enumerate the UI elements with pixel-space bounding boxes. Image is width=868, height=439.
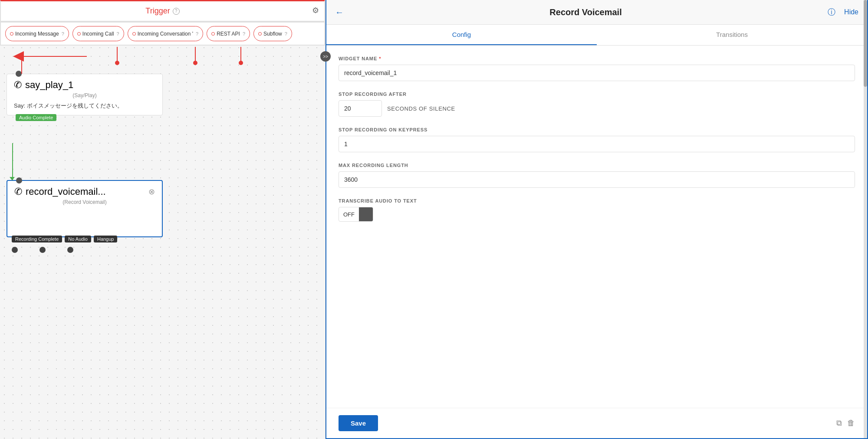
tab-label: Incoming Conversation ' [138, 31, 193, 37]
panel-header: ← Record Voicemail ⓘ Hide [326, 0, 867, 25]
collapse-button[interactable]: >> [320, 51, 331, 62]
tab-dot [10, 32, 13, 36]
tab-subflow[interactable]: Subflow ? [253, 26, 292, 41]
required-indicator: * [379, 56, 381, 61]
flow-editor: Trigger ? ⚙ Incoming Message ? Incoming … [0, 0, 326, 439]
hide-button[interactable]: Hide [844, 8, 858, 16]
scrollbar-thumb[interactable] [864, 0, 867, 87]
svg-point-7 [193, 61, 197, 65]
transcribe-toggle[interactable]: OFF [339, 207, 373, 222]
audio-complete-badge: Audio Complete [16, 114, 56, 121]
widget-name-group: WIDGET NAME * [339, 56, 855, 81]
node-title: ✆ say_play_1 [14, 79, 155, 91]
keypress-input[interactable] [339, 136, 855, 152]
trigger-tabs: Incoming Message ? Incoming Call ? Incom… [0, 22, 325, 46]
tab-rest-api[interactable]: REST API ? [207, 26, 250, 41]
tab-incoming-conversation[interactable]: Incoming Conversation ' ? [128, 26, 203, 41]
close-icon[interactable]: ⊗ [148, 187, 155, 197]
panel-content: WIDGET NAME * STOP RECORDING AFTER SECON… [326, 46, 867, 408]
tab-label: Incoming Call [82, 31, 114, 37]
label-text: TRANSCRIBE AUDIO TO TEXT [339, 198, 417, 203]
tab-label: REST API [217, 31, 240, 37]
toggle-switch[interactable] [359, 207, 373, 221]
record-node-header: ✆ record_voicemail... ⊗ [14, 186, 155, 197]
silence-input[interactable] [339, 100, 382, 117]
svg-point-5 [115, 61, 119, 65]
back-button[interactable]: ← [335, 7, 344, 17]
svg-point-9 [239, 61, 243, 65]
tab-help-icon[interactable]: ? [285, 31, 287, 36]
bottom-dot-1 [12, 247, 18, 253]
silence-row: SECONDS OF SILENCE [339, 100, 855, 117]
node-title: ✆ record_voicemail... [14, 186, 106, 197]
silence-label: SECONDS OF SILENCE [387, 105, 455, 112]
svg-marker-2 [13, 51, 24, 62]
widget-name-label: WIDGET NAME * [339, 56, 855, 61]
keypress-label: STOP RECORDING ON KEYPRESS [339, 127, 855, 132]
config-panel: ← Record Voicemail ⓘ Hide Config Transit… [326, 0, 868, 439]
delete-button[interactable]: 🗑 [847, 419, 855, 428]
label-text: STOP RECORDING AFTER [339, 92, 407, 97]
phone-icon: ✆ [14, 79, 22, 91]
stop-recording-label: STOP RECORDING AFTER [339, 92, 855, 97]
tab-help-icon[interactable]: ? [62, 31, 64, 36]
trigger-title: Trigger ? [145, 7, 179, 16]
tab-incoming-call[interactable]: Incoming Call ? [72, 26, 124, 41]
bottom-dot-2 [39, 247, 46, 253]
tab-label: Subflow [263, 31, 282, 37]
node-content: Say: ボイスメッセージを残してください。 [14, 102, 155, 110]
copy-button[interactable]: ⧉ [836, 419, 842, 428]
tab-label: Incoming Message [15, 31, 59, 37]
footer-actions: ⧉ 🗑 [836, 419, 855, 428]
recording-complete-badge: Recording Complete [12, 236, 62, 242]
node-subtitle: (Record Voicemail) [14, 199, 155, 205]
tab-config[interactable]: Config [326, 25, 597, 45]
settings-icon[interactable]: ⚙ [312, 6, 319, 15]
toggle-off-label: OFF [339, 209, 359, 220]
label-text: STOP RECORDING ON KEYPRESS [339, 127, 427, 132]
info-icon[interactable]: ⓘ [828, 7, 835, 17]
tab-help-icon[interactable]: ? [117, 31, 119, 36]
say-label: Say: [14, 102, 25, 109]
bottom-dot-3 [67, 247, 73, 253]
record-voicemail-node[interactable]: ✆ record_voicemail... ⊗ (Record Voicemai… [7, 180, 163, 237]
max-length-input[interactable] [339, 171, 855, 188]
no-audio-badge: No Audio [65, 236, 91, 242]
label-text: WIDGET NAME [339, 56, 377, 61]
hangup-badge: Hangup [94, 236, 118, 242]
panel-footer: Save ⧉ 🗑 [326, 408, 867, 438]
bottom-connector-dots [12, 247, 73, 253]
scrollbar-track[interactable] [864, 0, 867, 438]
green-connector-arrow [10, 177, 15, 180]
tab-help-icon[interactable]: ? [243, 31, 245, 36]
node-top-dot [16, 71, 22, 77]
trigger-title-text: Trigger [145, 7, 170, 16]
node-name: record_voicemail... [26, 186, 106, 197]
save-button[interactable]: Save [339, 415, 378, 431]
widget-name-input[interactable] [339, 65, 855, 81]
max-length-label: MAX RECORDING LENGTH [339, 163, 855, 168]
tab-dot [77, 32, 81, 36]
stop-recording-group: STOP RECORDING AFTER SECONDS OF SILENCE [339, 92, 855, 117]
tab-help-icon[interactable]: ? [196, 31, 198, 36]
node-name: say_play_1 [25, 79, 73, 91]
right-panel: ← Record Voicemail ⓘ Hide Config Transit… [326, 0, 868, 439]
tab-transitions[interactable]: Transitions [597, 25, 867, 45]
trigger-help-icon[interactable]: ? [173, 8, 180, 15]
say-content: ボイスメッセージを残してください。 [27, 102, 123, 109]
transition-badges: Recording Complete No Audio Hangup [12, 236, 117, 242]
keypress-group: STOP RECORDING ON KEYPRESS [339, 127, 855, 152]
panel-title: Record Voicemail [349, 7, 822, 17]
transcribe-group: TRANSCRIBE AUDIO TO TEXT OFF [339, 198, 855, 222]
transcribe-label: TRANSCRIBE AUDIO TO TEXT [339, 198, 855, 203]
say-play-node[interactable]: ✆ say_play_1 (Say/Play) Say: ボイスメッセージを残し… [7, 74, 163, 115]
max-length-group: MAX RECORDING LENGTH [339, 163, 855, 188]
tab-incoming-message[interactable]: Incoming Message ? [5, 26, 69, 41]
tab-dot [258, 32, 262, 36]
trigger-header: Trigger ? ⚙ [0, 0, 325, 22]
tab-dot [132, 32, 136, 36]
tab-dot [211, 32, 215, 36]
panel-tabs: Config Transitions [326, 25, 867, 46]
green-connector-line [12, 143, 13, 180]
node-subtitle: (Say/Play) [14, 92, 155, 98]
